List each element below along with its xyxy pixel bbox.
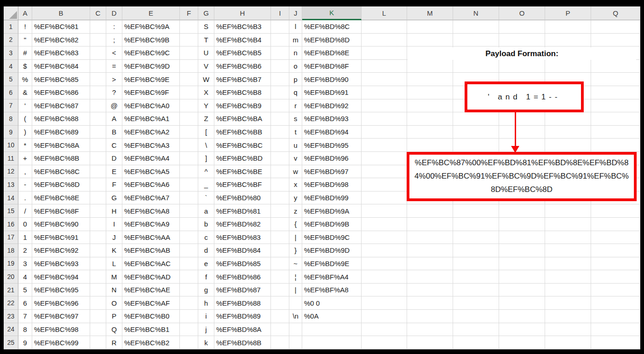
- cell-B15[interactable]: %EF%BC%8F: [32, 204, 90, 218]
- cell-F3[interactable]: [180, 46, 198, 60]
- cell-D10[interactable]: C: [106, 139, 122, 152]
- cell-C10[interactable]: [90, 139, 106, 152]
- cell-K24[interactable]: [302, 323, 362, 337]
- cell-P19[interactable]: [545, 257, 591, 271]
- cell-G7[interactable]: Y: [198, 99, 214, 113]
- cell-E14[interactable]: %EF%BC%A7: [122, 192, 180, 205]
- cell-F15[interactable]: [180, 204, 198, 218]
- cell-D3[interactable]: <: [106, 46, 122, 60]
- cell-D13[interactable]: F: [106, 178, 122, 192]
- cell-P18[interactable]: [545, 244, 591, 257]
- cell-B23[interactable]: %EF%BC%97: [32, 310, 90, 323]
- cell-O21[interactable]: [499, 284, 545, 297]
- cell-G12[interactable]: ^: [198, 165, 214, 179]
- cell-K6[interactable]: %EF%BD%91: [302, 86, 362, 99]
- cell-C5[interactable]: [90, 73, 106, 86]
- cell-J9[interactable]: t: [289, 126, 302, 139]
- cell-M19[interactable]: [407, 257, 453, 271]
- cell-N2[interactable]: [453, 34, 499, 47]
- cell-F6[interactable]: [180, 86, 198, 99]
- cell-P24[interactable]: [545, 323, 591, 337]
- cell-I14[interactable]: [271, 192, 289, 205]
- cell-F25[interactable]: [180, 336, 198, 349]
- cell-B20[interactable]: %EF%BC%94: [32, 270, 90, 284]
- column-header-I[interactable]: I: [271, 6, 289, 20]
- cell-G10[interactable]: \: [198, 139, 214, 152]
- cell-H16[interactable]: %EF%BD%82: [214, 218, 271, 231]
- cell-G5[interactable]: W: [198, 73, 214, 86]
- cell-B8[interactable]: %EF%BC%88: [32, 112, 90, 126]
- cell-H24[interactable]: %EF%BD%8A: [214, 323, 271, 337]
- cell-E25[interactable]: %EF%BC%B2: [122, 336, 180, 349]
- row-header-22[interactable]: 22: [4, 296, 18, 310]
- cell-J18[interactable]: }: [289, 244, 302, 257]
- cell-L5[interactable]: [362, 73, 407, 86]
- cell-Q9[interactable]: [591, 126, 640, 139]
- cell-M15[interactable]: [407, 204, 453, 218]
- cell-K20[interactable]: %EF%BF%A4: [302, 270, 362, 284]
- cell-M22[interactable]: [407, 296, 453, 310]
- cell-Q5[interactable]: [591, 73, 640, 86]
- cell-L22[interactable]: [362, 296, 407, 310]
- cell-L10[interactable]: [362, 139, 407, 152]
- cell-K4[interactable]: %EF%BD%8F: [302, 60, 362, 73]
- cell-J19[interactable]: ~: [289, 257, 302, 271]
- cell-G16[interactable]: b: [198, 218, 214, 231]
- cell-E12[interactable]: %EF%BC%A5: [122, 165, 180, 179]
- cell-C18[interactable]: [90, 244, 106, 257]
- cell-I17[interactable]: [271, 231, 289, 244]
- row-header-13[interactable]: 13: [4, 178, 18, 192]
- cell-P2[interactable]: [545, 34, 591, 47]
- cell-A1[interactable]: !: [18, 20, 32, 34]
- cell-G1[interactable]: S: [198, 20, 214, 34]
- cell-M20[interactable]: [407, 270, 453, 284]
- cell-D15[interactable]: H: [106, 204, 122, 218]
- cell-G2[interactable]: T: [198, 34, 214, 47]
- cell-H5[interactable]: %EF%BC%B7: [214, 73, 271, 86]
- cell-D6[interactable]: ?: [106, 86, 122, 99]
- cell-F18[interactable]: [180, 244, 198, 257]
- cell-I21[interactable]: [271, 284, 289, 297]
- cell-C23[interactable]: [90, 310, 106, 323]
- cell-K21[interactable]: %EF%BF%A8: [302, 284, 362, 297]
- cell-I6[interactable]: [271, 86, 289, 99]
- cell-M10[interactable]: [407, 139, 453, 152]
- cell-D25[interactable]: R: [106, 336, 122, 349]
- cell-J13[interactable]: x: [289, 178, 302, 192]
- cell-E13[interactable]: %EF%BC%A6: [122, 178, 180, 192]
- cell-M5[interactable]: [407, 73, 453, 86]
- cell-E18[interactable]: %EF%BC%AB: [122, 244, 180, 257]
- cell-L4[interactable]: [362, 60, 407, 73]
- cell-F13[interactable]: [180, 178, 198, 192]
- cell-H7[interactable]: %EF%BC%B9: [214, 99, 271, 113]
- column-header-N[interactable]: N: [453, 6, 499, 20]
- cell-Q1[interactable]: [591, 20, 640, 34]
- cell-B1[interactable]: %EF%BC%81: [32, 20, 90, 34]
- cell-Q7[interactable]: [591, 99, 640, 113]
- cell-H1[interactable]: %EF%BC%B3: [214, 20, 271, 34]
- cell-K22[interactable]: %0 0: [302, 296, 362, 310]
- cell-K16[interactable]: %EF%BD%9B: [302, 218, 362, 231]
- cell-J12[interactable]: w: [289, 165, 302, 179]
- cell-K11[interactable]: %EF%BD%96: [302, 152, 362, 165]
- cell-N1[interactable]: [453, 20, 499, 34]
- cell-L3[interactable]: [362, 46, 407, 60]
- cell-N22[interactable]: [453, 296, 499, 310]
- cell-C7[interactable]: [90, 99, 106, 113]
- cell-B13[interactable]: %EF%BC%8D: [32, 178, 90, 192]
- cell-C24[interactable]: [90, 323, 106, 337]
- cell-D14[interactable]: G: [106, 192, 122, 205]
- cell-O16[interactable]: [499, 218, 545, 231]
- cell-J10[interactable]: u: [289, 139, 302, 152]
- cell-E8[interactable]: %EF%BC%A1: [122, 112, 180, 126]
- cell-H2[interactable]: %EF%BC%B4: [214, 34, 271, 47]
- cell-K18[interactable]: %EF%BD%9D: [302, 244, 362, 257]
- cell-Q21[interactable]: [591, 284, 640, 297]
- cell-G25[interactable]: k: [198, 336, 214, 349]
- cell-I16[interactable]: [271, 218, 289, 231]
- cell-N15[interactable]: [453, 204, 499, 218]
- cell-H14[interactable]: %EF%BD%80: [214, 192, 271, 205]
- cell-E17[interactable]: %EF%BC%AA: [122, 231, 180, 244]
- cell-J24[interactable]: [289, 323, 302, 337]
- cell-P10[interactable]: [545, 139, 591, 152]
